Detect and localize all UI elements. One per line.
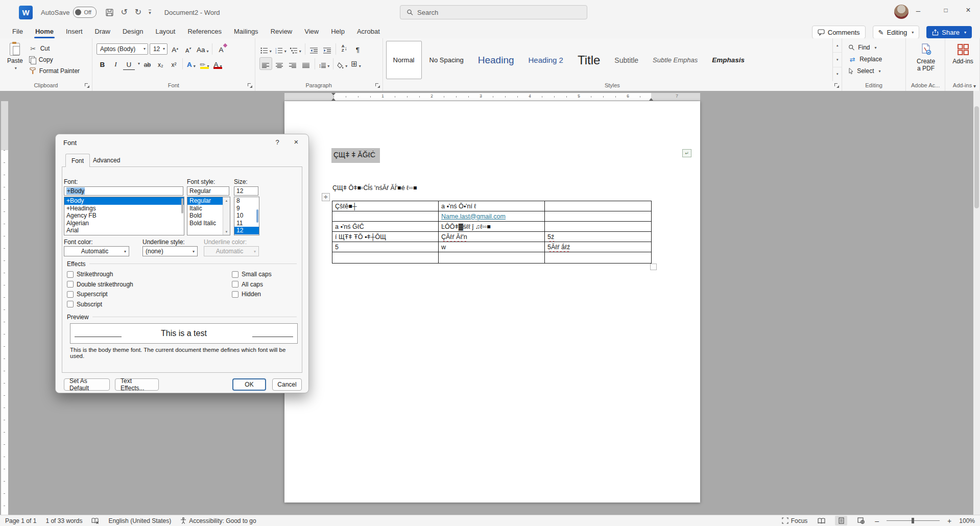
right-indent-marker[interactable] [649,98,653,101]
font-dialog-launcher-icon[interactable] [248,83,253,88]
table-cell[interactable]: 5 [332,242,439,252]
cancel-button[interactable]: Cancel [272,378,302,391]
select-button[interactable]: Select ▾ [848,65,902,77]
grow-font-button[interactable]: A▴ [169,43,181,55]
size-list-scrollbar[interactable] [256,209,258,223]
style-subtitle[interactable]: Subtitle [608,41,645,79]
zoom-slider[interactable] [887,520,940,521]
table-cell[interactable] [545,201,652,211]
table-resize-handle[interactable] [650,264,657,270]
clear-formatting-button[interactable]: A [215,43,227,55]
dialog-tab-font[interactable]: Font [65,154,90,167]
size-list-item[interactable]: 12 [234,227,259,234]
addins-button[interactable]: Add-ins [949,42,976,81]
gallery-scroll-down-icon[interactable]: ▾ [833,53,842,67]
font-name-combo[interactable]: Aptos (Body) ▾ [97,43,148,55]
effect-strikethrough[interactable]: Strikethrough [67,271,133,278]
size-list-item[interactable]: 11 [234,220,259,227]
tab-view[interactable]: View [298,25,325,38]
table-cell[interactable] [439,252,545,264]
tab-file[interactable]: File [6,25,29,38]
underline-style-dropdown[interactable]: (none) ▾ [142,246,198,256]
font-list[interactable]: +Body +Headings Agency FB Algerian Arial [64,197,184,235]
page-indicator[interactable]: Page 1 of 1 [5,517,36,524]
italic-button[interactable]: I [110,58,122,69]
dialog-help-icon[interactable]: ? [273,138,282,148]
scroll-down-icon[interactable]: ▼ [223,228,230,235]
table-cell[interactable]: a ▪'nś ĞℓĈ [332,222,439,232]
misspelled-text[interactable]: 5ź [547,233,554,241]
zoom-in-button[interactable]: + [947,517,951,525]
clipboard-dialog-launcher-icon[interactable] [85,83,90,88]
effect-superscript[interactable]: Superscript [67,291,133,298]
font-list-item[interactable]: +Headings [64,205,184,212]
language-indicator[interactable]: English (United States) [108,517,171,524]
checkbox[interactable] [67,271,74,278]
paragraph-dialog-launcher-icon[interactable] [375,83,380,88]
email-link[interactable]: Name.last@gmail.com [441,213,506,220]
font-list-item[interactable]: Algerian [64,220,184,227]
checkbox[interactable] [67,291,74,298]
font-style-input[interactable]: Regular [187,186,229,196]
zoom-level[interactable]: 100% [959,517,975,524]
redo-icon[interactable]: ↻ [135,8,141,16]
font-style-list[interactable]: Regular Italic Bold Bold Italic ▲ ▼ [187,197,230,235]
show-formatting-button[interactable]: ¶ [352,43,364,55]
editing-mode-button[interactable]: ✎ Editing ▾ [873,26,920,39]
increase-indent-button[interactable] [321,43,333,55]
align-right-button[interactable] [287,58,299,69]
gallery-more-icon[interactable]: ▾ [833,67,842,81]
superscript-button[interactable]: x² [168,58,180,69]
tab-draw[interactable]: Draw [89,25,116,38]
paragraph-text[interactable]: ÇЩǂ Ŏǂ■▫Ċĺś 'nśĂŕ Ăĺ'■é ℓ▫▫■ [332,184,417,192]
font-name-input[interactable]: +Body [64,186,183,196]
tab-layout[interactable]: Layout [149,25,181,38]
bold-button[interactable]: B [97,58,108,69]
close-button[interactable]: × [957,0,980,20]
table-cell[interactable] [332,252,439,264]
borders-button[interactable]: ⊞ ▾ [350,58,362,69]
minimize-button[interactable]: – [906,0,930,20]
print-layout-button[interactable] [835,516,847,525]
chevron-down-icon[interactable]: ▾ [138,61,140,66]
effect-small-caps[interactable]: Small caps [232,271,272,278]
proofing-status[interactable] [91,518,99,524]
table-cell[interactable]: Çšℓĕ■┼ [332,201,439,211]
table-cell[interactable] [545,222,652,232]
highlight-button[interactable]: ✏▾ [199,58,210,69]
create-pdf-button[interactable]: Create a PDF [914,42,938,81]
autosave-control[interactable]: AutoSave Off [41,7,97,18]
style-normal[interactable]: Normal [386,41,422,79]
underline-button[interactable]: U [123,58,135,70]
table-cell[interactable] [545,211,652,222]
focus-button[interactable]: Focus [782,517,808,524]
search-input[interactable]: Search [400,5,587,19]
tab-acrobat[interactable]: Acrobat [351,25,386,38]
customize-toolbar-icon[interactable]: ▾ [149,10,151,15]
document-page[interactable]: ÇЩǂ ǂ ĂĞℓĊ ↵ ÇЩǂ Ŏǂ■▫Ċĺś 'nśĂŕ Ăĺ'■é ℓ▫▫… [284,101,700,503]
zoom-slider-thumb[interactable] [912,518,914,523]
font-list-item[interactable]: Agency FB [64,212,184,220]
table-cell[interactable]: a ▪'nś Ŏ▪'ní ℓ [439,201,545,211]
checkbox[interactable] [232,291,238,298]
cut-button[interactable]: ✂ Cut [29,43,80,54]
font-color-button[interactable]: A▾ [212,58,224,69]
table-cell[interactable]: 5Ăℓŕ ắℓź [545,242,652,252]
dialog-tab-advanced[interactable]: Advanced [87,154,126,167]
checkbox[interactable] [232,271,238,278]
table-cell[interactable] [332,211,439,222]
maximize-button[interactable]: □ [934,0,958,20]
text-effects-button[interactable]: A▾ [185,58,197,69]
paste-button[interactable]: Paste ▾ [4,42,26,81]
scroll-up-icon[interactable]: ▲ [223,197,230,204]
shading-button[interactable]: ▾ [336,58,348,69]
multilevel-list-button[interactable]: ▾ [289,43,302,55]
table-cell[interactable]: Name.last@gmail.com [439,211,545,222]
checkbox[interactable] [67,281,74,288]
set-as-default-button[interactable]: Set As Default [64,378,110,391]
font-color-dropdown[interactable]: Automatic ▾ [64,246,129,256]
table-cell[interactable]: ĿÔŎǂ▓śℓℓ ĵ ♫ℓ▫▫■ [439,222,545,232]
style-subtle-emphasis[interactable]: Subtle Emphas [646,41,704,79]
zoom-out-button[interactable]: – [875,517,879,525]
tab-design[interactable]: Design [116,25,149,38]
